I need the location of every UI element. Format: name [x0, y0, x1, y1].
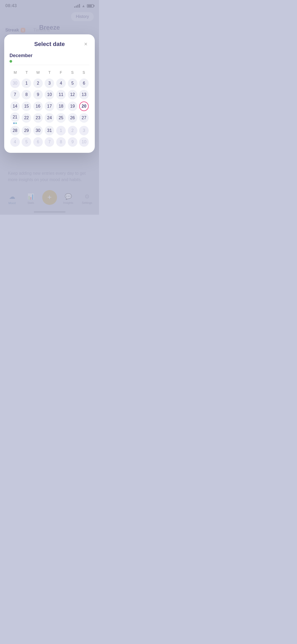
weekday-sat: S	[67, 69, 78, 76]
weekday-thu: T	[44, 69, 55, 76]
calendar-day-1-other: 1	[55, 125, 67, 136]
weekday-wed: W	[32, 69, 44, 76]
calendar-day-19[interactable]: 19	[67, 101, 78, 112]
day-dots	[13, 122, 17, 125]
calendar-day-25[interactable]: 25	[55, 112, 67, 123]
calendar-day-5[interactable]: 5	[67, 78, 78, 89]
modal-title: Select date	[34, 41, 65, 48]
weekday-tue: T	[21, 69, 32, 76]
month-divider	[10, 65, 89, 65]
calendar-day-6[interactable]: 6	[78, 78, 89, 89]
calendar-day-30[interactable]: 30	[32, 125, 44, 136]
calendar-day-8[interactable]: 8	[21, 89, 32, 100]
calendar-day-4[interactable]: 4	[55, 78, 67, 89]
calendar: M T W T F S S 30123456789101112131415161…	[10, 69, 89, 148]
calendar-day-11[interactable]: 11	[55, 89, 67, 100]
calendar-day-6-other: 6	[32, 136, 44, 148]
calendar-day-31[interactable]: 31	[44, 125, 55, 136]
calendar-day-8-other: 8	[55, 136, 67, 148]
calendar-day-3[interactable]: 3	[44, 78, 55, 89]
weekday-sun: S	[78, 69, 89, 76]
calendar-day-3-other: 3	[78, 125, 89, 136]
calendar-day-2[interactable]: 2	[32, 78, 44, 89]
calendar-day-23[interactable]: 23	[32, 112, 44, 123]
month-dot	[10, 60, 12, 63]
calendar-day-9[interactable]: 9	[32, 89, 44, 100]
weekday-mon: M	[10, 69, 21, 76]
calendar-day-10-other: 10	[78, 136, 89, 148]
calendar-day-15[interactable]: 15	[21, 101, 32, 112]
weekday-fri: F	[55, 69, 67, 76]
calendar-day-1[interactable]: 1	[21, 78, 32, 89]
calendar-day-10[interactable]: 10	[44, 89, 55, 100]
calendar-day-21[interactable]: 21	[10, 112, 21, 125]
calendar-day-29[interactable]: 29	[21, 125, 32, 136]
calendar-day-7-other: 7	[44, 136, 55, 148]
calendar-day-24[interactable]: 24	[44, 112, 55, 123]
calendar-day-5-other: 5	[21, 136, 32, 148]
calendar-day-30-other: 30	[10, 78, 21, 89]
calendar-day-17[interactable]: 17	[44, 101, 55, 112]
modal-header: Select date ×	[10, 41, 89, 48]
close-button[interactable]: ×	[82, 40, 89, 48]
month-label: December	[10, 53, 89, 58]
calendar-day-18[interactable]: 18	[55, 101, 67, 112]
calendar-day-13[interactable]: 13	[78, 89, 89, 100]
calendar-days: 3012345678910111213141516171819202122232…	[10, 78, 89, 148]
calendar-day-22[interactable]: 22	[21, 112, 32, 123]
date-picker-modal: Select date × December M T W T F S S 301…	[4, 34, 95, 153]
calendar-day-27[interactable]: 27	[78, 112, 89, 123]
calendar-day-26[interactable]: 26	[67, 112, 78, 123]
calendar-day-2-other: 2	[67, 125, 78, 136]
calendar-day-14[interactable]: 14	[10, 101, 21, 112]
calendar-day-12[interactable]: 12	[67, 89, 78, 100]
calendar-day-20[interactable]: 20	[78, 101, 89, 112]
calendar-day-4-other: 4	[10, 136, 21, 148]
calendar-day-28[interactable]: 28	[10, 125, 21, 136]
calendar-day-9-other: 9	[67, 136, 78, 148]
weekday-headers: M T W T F S S	[10, 69, 89, 76]
calendar-day-16[interactable]: 16	[32, 101, 44, 112]
calendar-day-7[interactable]: 7	[10, 89, 21, 100]
